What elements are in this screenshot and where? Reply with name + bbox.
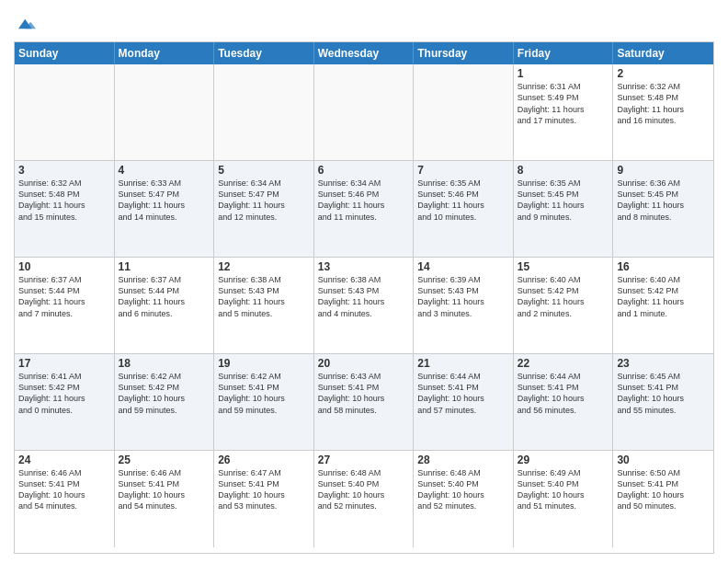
day-number: 15 [518, 260, 609, 273]
logo [14, 14, 36, 34]
header-day-tuesday: Tuesday [214, 42, 314, 64]
day-number: 11 [119, 260, 210, 273]
day-number: 29 [518, 454, 609, 466]
calendar-row-1: 3Sunrise: 6:32 AM Sunset: 5:48 PM Daylig… [15, 161, 713, 258]
calendar-cell-4-6: 30Sunrise: 6:50 AM Sunset: 5:41 PM Dayli… [613, 451, 713, 547]
calendar-cell-2-5: 15Sunrise: 6:40 AM Sunset: 5:42 PM Dayli… [514, 258, 614, 353]
day-number: 27 [318, 454, 410, 466]
day-number: 5 [218, 164, 310, 177]
day-number: 13 [318, 260, 410, 273]
cell-detail: Sunrise: 6:46 AM Sunset: 5:41 PM Dayligh… [119, 467, 210, 512]
cell-detail: Sunrise: 6:34 AM Sunset: 5:47 PM Dayligh… [218, 178, 310, 223]
calendar-cell-4-0: 24Sunrise: 6:46 AM Sunset: 5:41 PM Dayli… [15, 451, 115, 547]
header [14, 9, 714, 34]
cell-detail: Sunrise: 6:49 AM Sunset: 5:40 PM Dayligh… [518, 467, 609, 512]
calendar-cell-4-5: 29Sunrise: 6:49 AM Sunset: 5:40 PM Dayli… [514, 451, 614, 547]
calendar-cell-0-0 [15, 64, 115, 160]
cell-detail: Sunrise: 6:33 AM Sunset: 5:47 PM Dayligh… [119, 178, 210, 223]
header-day-monday: Monday [115, 42, 215, 64]
day-number: 7 [417, 164, 509, 177]
day-number: 10 [18, 260, 110, 273]
cell-detail: Sunrise: 6:41 AM Sunset: 5:42 PM Dayligh… [18, 371, 110, 416]
calendar-row-0: 1Sunrise: 6:31 AM Sunset: 5:49 PM Daylig… [15, 64, 713, 161]
calendar-cell-2-6: 16Sunrise: 6:40 AM Sunset: 5:42 PM Dayli… [613, 258, 713, 353]
day-number: 25 [119, 454, 210, 466]
calendar-cell-0-6: 2Sunrise: 6:32 AM Sunset: 5:48 PM Daylig… [613, 64, 713, 160]
cell-detail: Sunrise: 6:40 AM Sunset: 5:42 PM Dayligh… [617, 274, 710, 319]
cell-detail: Sunrise: 6:48 AM Sunset: 5:40 PM Dayligh… [417, 467, 509, 512]
header-day-sunday: Sunday [15, 42, 115, 64]
header-day-thursday: Thursday [414, 42, 514, 64]
cell-detail: Sunrise: 6:35 AM Sunset: 5:46 PM Dayligh… [417, 178, 509, 223]
header-day-saturday: Saturday [613, 42, 713, 64]
calendar-cell-3-5: 22Sunrise: 6:44 AM Sunset: 5:41 PM Dayli… [514, 354, 614, 450]
day-number: 16 [617, 260, 710, 273]
day-number: 23 [617, 357, 710, 370]
day-number: 14 [417, 260, 509, 273]
calendar-cell-4-3: 27Sunrise: 6:48 AM Sunset: 5:40 PM Dayli… [314, 451, 415, 547]
calendar-body: 1Sunrise: 6:31 AM Sunset: 5:49 PM Daylig… [15, 64, 713, 547]
day-number: 3 [18, 164, 110, 177]
cell-detail: Sunrise: 6:31 AM Sunset: 5:49 PM Dayligh… [518, 81, 609, 126]
calendar-cell-2-3: 13Sunrise: 6:38 AM Sunset: 5:43 PM Dayli… [314, 258, 415, 353]
header-day-wednesday: Wednesday [314, 42, 415, 64]
calendar-cell-0-4 [414, 64, 514, 160]
cell-detail: Sunrise: 6:40 AM Sunset: 5:42 PM Dayligh… [518, 274, 609, 319]
calendar-cell-0-5: 1Sunrise: 6:31 AM Sunset: 5:49 PM Daylig… [514, 64, 614, 160]
day-number: 24 [18, 454, 110, 466]
cell-detail: Sunrise: 6:45 AM Sunset: 5:41 PM Dayligh… [617, 371, 710, 416]
cell-detail: Sunrise: 6:37 AM Sunset: 5:44 PM Dayligh… [18, 274, 110, 319]
calendar-cell-2-0: 10Sunrise: 6:37 AM Sunset: 5:44 PM Dayli… [15, 258, 115, 353]
calendar-cell-1-5: 8Sunrise: 6:35 AM Sunset: 5:45 PM Daylig… [514, 161, 614, 257]
calendar-cell-3-6: 23Sunrise: 6:45 AM Sunset: 5:41 PM Dayli… [613, 354, 713, 450]
calendar-cell-0-1 [115, 64, 215, 160]
calendar-cell-3-2: 19Sunrise: 6:42 AM Sunset: 5:41 PM Dayli… [214, 354, 314, 450]
cell-detail: Sunrise: 6:44 AM Sunset: 5:41 PM Dayligh… [417, 371, 509, 416]
cell-detail: Sunrise: 6:42 AM Sunset: 5:42 PM Dayligh… [119, 371, 210, 416]
cell-detail: Sunrise: 6:38 AM Sunset: 5:43 PM Dayligh… [218, 274, 310, 319]
logo-text [14, 14, 36, 34]
calendar-row-4: 24Sunrise: 6:46 AM Sunset: 5:41 PM Dayli… [15, 451, 713, 547]
cell-detail: Sunrise: 6:35 AM Sunset: 5:45 PM Dayligh… [518, 178, 609, 223]
day-number: 2 [617, 67, 710, 80]
calendar-cell-4-4: 28Sunrise: 6:48 AM Sunset: 5:40 PM Dayli… [414, 451, 514, 547]
calendar-cell-1-4: 7Sunrise: 6:35 AM Sunset: 5:46 PM Daylig… [414, 161, 514, 257]
day-number: 18 [119, 357, 210, 370]
day-number: 21 [417, 357, 509, 370]
day-number: 12 [218, 260, 310, 273]
cell-detail: Sunrise: 6:34 AM Sunset: 5:46 PM Dayligh… [318, 178, 410, 223]
cell-detail: Sunrise: 6:42 AM Sunset: 5:41 PM Dayligh… [218, 371, 310, 416]
cell-detail: Sunrise: 6:32 AM Sunset: 5:48 PM Dayligh… [617, 81, 710, 126]
page: SundayMondayTuesdayWednesdayThursdayFrid… [0, 0, 728, 563]
day-number: 30 [617, 454, 710, 466]
day-number: 28 [417, 454, 509, 466]
calendar-cell-0-3 [314, 64, 415, 160]
header-day-friday: Friday [514, 42, 614, 64]
calendar-cell-1-6: 9Sunrise: 6:36 AM Sunset: 5:45 PM Daylig… [613, 161, 713, 257]
day-number: 26 [218, 454, 310, 466]
cell-detail: Sunrise: 6:43 AM Sunset: 5:41 PM Dayligh… [318, 371, 410, 416]
cell-detail: Sunrise: 6:47 AM Sunset: 5:41 PM Dayligh… [218, 467, 310, 512]
cell-detail: Sunrise: 6:38 AM Sunset: 5:43 PM Dayligh… [318, 274, 410, 319]
calendar-row-3: 17Sunrise: 6:41 AM Sunset: 5:42 PM Dayli… [15, 354, 713, 451]
calendar-cell-3-4: 21Sunrise: 6:44 AM Sunset: 5:41 PM Dayli… [414, 354, 514, 450]
calendar-row-2: 10Sunrise: 6:37 AM Sunset: 5:44 PM Dayli… [15, 258, 713, 354]
calendar-header: SundayMondayTuesdayWednesdayThursdayFrid… [15, 42, 713, 64]
day-number: 22 [518, 357, 609, 370]
day-number: 19 [218, 357, 310, 370]
cell-detail: Sunrise: 6:46 AM Sunset: 5:41 PM Dayligh… [18, 467, 110, 512]
logo-icon [16, 14, 36, 34]
cell-detail: Sunrise: 6:36 AM Sunset: 5:45 PM Dayligh… [617, 178, 710, 223]
cell-detail: Sunrise: 6:37 AM Sunset: 5:44 PM Dayligh… [119, 274, 210, 319]
cell-detail: Sunrise: 6:32 AM Sunset: 5:48 PM Dayligh… [18, 178, 110, 223]
cell-detail: Sunrise: 6:50 AM Sunset: 5:41 PM Dayligh… [617, 467, 710, 512]
calendar-cell-2-1: 11Sunrise: 6:37 AM Sunset: 5:44 PM Dayli… [115, 258, 215, 353]
calendar-cell-1-2: 5Sunrise: 6:34 AM Sunset: 5:47 PM Daylig… [214, 161, 314, 257]
day-number: 9 [617, 164, 710, 177]
cell-detail: Sunrise: 6:39 AM Sunset: 5:43 PM Dayligh… [417, 274, 509, 319]
calendar-cell-1-0: 3Sunrise: 6:32 AM Sunset: 5:48 PM Daylig… [15, 161, 115, 257]
calendar-cell-3-1: 18Sunrise: 6:42 AM Sunset: 5:42 PM Dayli… [115, 354, 215, 450]
cell-detail: Sunrise: 6:44 AM Sunset: 5:41 PM Dayligh… [518, 371, 609, 416]
calendar: SundayMondayTuesdayWednesdayThursdayFrid… [14, 41, 714, 554]
calendar-cell-2-4: 14Sunrise: 6:39 AM Sunset: 5:43 PM Dayli… [414, 258, 514, 353]
